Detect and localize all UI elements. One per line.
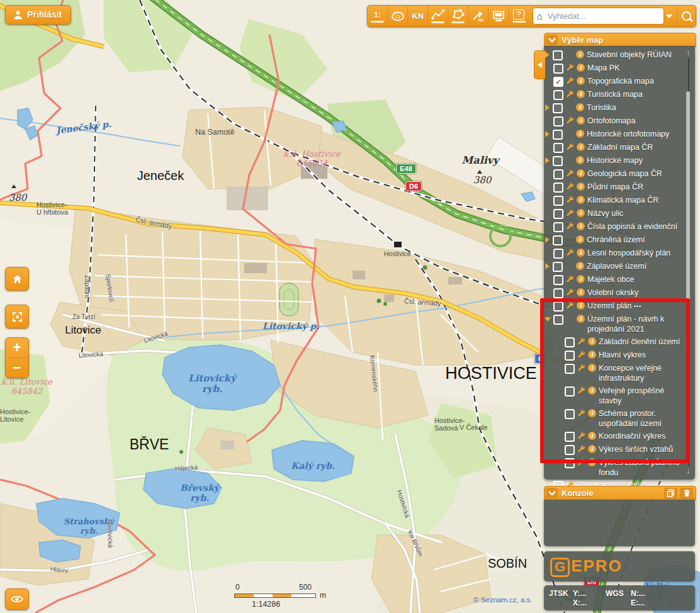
info-icon[interactable]: i bbox=[588, 364, 596, 372]
expander-icon[interactable] bbox=[545, 237, 550, 243]
info-icon[interactable]: i bbox=[577, 275, 585, 283]
full-extent-button[interactable] bbox=[5, 305, 29, 329]
info-icon[interactable]: i bbox=[588, 409, 596, 417]
info-icon[interactable]: i bbox=[577, 222, 585, 230]
layer-checkbox[interactable] bbox=[553, 169, 563, 179]
info-icon[interactable]: i bbox=[588, 386, 596, 395]
layer-checkbox[interactable] bbox=[553, 103, 563, 113]
info-icon[interactable]: i bbox=[577, 209, 585, 217]
panel-collapse-tab[interactable] bbox=[534, 50, 545, 79]
info-icon[interactable]: i bbox=[588, 458, 596, 466]
layer-checkbox[interactable]: ✓ bbox=[553, 77, 563, 87]
search-dropdown-button[interactable] bbox=[664, 14, 674, 18]
area-select-button[interactable] bbox=[388, 6, 408, 26]
wrench-icon[interactable] bbox=[566, 275, 575, 283]
info-icon[interactable]: i bbox=[577, 249, 585, 257]
zoom-in-button[interactable]: + bbox=[6, 338, 28, 358]
info-icon[interactable]: i bbox=[577, 196, 585, 204]
layer-checkbox[interactable] bbox=[553, 288, 563, 298]
wrench-icon[interactable] bbox=[577, 364, 587, 372]
info-icon[interactable]: i bbox=[577, 64, 585, 72]
layer-checkbox[interactable] bbox=[553, 249, 563, 259]
zoom-out-button[interactable]: − bbox=[6, 358, 28, 378]
wrench-icon[interactable] bbox=[577, 386, 587, 395]
layer-checkbox[interactable] bbox=[553, 50, 563, 60]
layer-checkbox[interactable] bbox=[565, 458, 575, 468]
copy-icon[interactable] bbox=[664, 488, 677, 499]
wrench-icon[interactable] bbox=[566, 77, 575, 85]
scrollbar-thumb[interactable] bbox=[686, 91, 690, 434]
info-icon[interactable]: i bbox=[576, 103, 584, 111]
login-button[interactable]: Přihlásit bbox=[5, 5, 71, 25]
scroll-down-icon[interactable]: ↓ bbox=[686, 466, 691, 475]
info-icon[interactable]: i bbox=[577, 288, 585, 296]
info-icon[interactable]: i bbox=[576, 156, 584, 164]
info-icon[interactable]: i bbox=[576, 262, 584, 270]
layer-checkbox[interactable] bbox=[565, 364, 575, 374]
wrench-icon[interactable] bbox=[577, 409, 587, 417]
layer-checkbox[interactable] bbox=[553, 301, 563, 312]
search-input[interactable] bbox=[546, 11, 660, 21]
wrench-icon[interactable] bbox=[566, 249, 575, 257]
layer-checkbox[interactable] bbox=[553, 143, 563, 153]
layer-checkbox[interactable] bbox=[553, 235, 563, 245]
wrench-icon[interactable] bbox=[566, 169, 575, 177]
visibility-button[interactable] bbox=[5, 588, 29, 610]
search-submit-button[interactable] bbox=[677, 6, 696, 26]
info-icon[interactable]: i bbox=[577, 116, 585, 125]
trash-icon[interactable] bbox=[680, 488, 693, 499]
info-icon[interactable]: i bbox=[588, 337, 596, 346]
layer-checkbox[interactable] bbox=[553, 196, 563, 206]
layer-checkbox[interactable] bbox=[553, 262, 563, 272]
info-icon[interactable]: i bbox=[576, 235, 584, 244]
wrench-icon[interactable] bbox=[566, 196, 575, 204]
info-icon[interactable]: i bbox=[588, 432, 596, 440]
collapse-layers-button[interactable] bbox=[546, 35, 558, 45]
collapse-console-button[interactable] bbox=[546, 488, 558, 498]
scale-button[interactable]: 1: bbox=[368, 6, 388, 26]
layer-checkbox[interactable] bbox=[565, 337, 575, 347]
layer-checkbox[interactable] bbox=[565, 409, 575, 419]
info-icon[interactable]: i bbox=[577, 169, 585, 177]
wrench-icon[interactable] bbox=[577, 445, 587, 453]
wrench-icon[interactable] bbox=[577, 351, 587, 359]
wrench-icon[interactable] bbox=[577, 337, 587, 346]
layer-checkbox[interactable] bbox=[565, 432, 575, 442]
layer-checkbox[interactable] bbox=[553, 209, 563, 219]
info-icon[interactable]: i bbox=[577, 77, 585, 85]
expander-icon[interactable] bbox=[545, 317, 551, 322]
expander-icon[interactable] bbox=[545, 157, 550, 164]
wrench-icon[interactable] bbox=[566, 209, 575, 217]
layer-checkbox[interactable] bbox=[553, 156, 563, 166]
info-icon[interactable]: i bbox=[588, 445, 596, 453]
layer-checkbox[interactable] bbox=[553, 275, 563, 285]
expander-icon[interactable] bbox=[545, 52, 550, 58]
wrench-icon[interactable] bbox=[566, 301, 575, 310]
info-icon[interactable]: i bbox=[577, 315, 585, 323]
layer-checkbox[interactable] bbox=[553, 90, 563, 100]
info-icon[interactable]: i bbox=[577, 301, 585, 310]
layer-checkbox[interactable] bbox=[553, 64, 563, 74]
measure-length-button[interactable] bbox=[428, 6, 448, 26]
search-box[interactable]: ⌂ bbox=[533, 8, 664, 25]
scroll-up-icon[interactable]: ↑ bbox=[686, 48, 691, 57]
info-icon[interactable]: i bbox=[577, 143, 585, 151]
wrench-icon[interactable] bbox=[566, 143, 575, 151]
info-icon[interactable]: i bbox=[577, 183, 585, 191]
wrench-icon[interactable] bbox=[566, 90, 575, 98]
expander-icon[interactable] bbox=[545, 131, 550, 137]
expander-icon[interactable] bbox=[545, 263, 550, 269]
info-icon[interactable]: i bbox=[577, 90, 585, 98]
wrench-icon[interactable] bbox=[577, 432, 587, 440]
layer-checkbox[interactable] bbox=[553, 315, 563, 325]
pin-button[interactable] bbox=[468, 6, 488, 26]
layer-checkbox[interactable] bbox=[553, 183, 563, 193]
home-extent-button[interactable] bbox=[5, 267, 29, 291]
info-icon[interactable]: i bbox=[576, 130, 584, 138]
cadastre-kn-button[interactable]: KN bbox=[408, 6, 428, 26]
measure-area-button[interactable] bbox=[448, 6, 468, 26]
expander-icon[interactable] bbox=[545, 104, 550, 111]
print-button[interactable] bbox=[488, 6, 509, 26]
layer-checkbox[interactable] bbox=[565, 445, 575, 455]
help-button[interactable]: ? bbox=[509, 6, 529, 26]
